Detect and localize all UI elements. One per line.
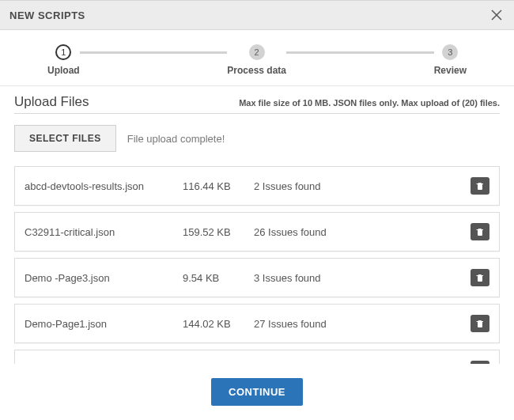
step-process: 2 Process data xyxy=(227,44,286,76)
file-issues: 3 Issues found xyxy=(254,272,471,284)
dialog-title: NEW SCRIPTS xyxy=(9,9,85,21)
file-row: Demo -Page3.json9.54 KB3 Issues found xyxy=(14,258,500,297)
file-size: 159.52 KB xyxy=(183,226,254,238)
trash-icon[interactable] xyxy=(471,223,489,240)
step-label: Review xyxy=(434,65,467,76)
close-icon[interactable] xyxy=(489,7,505,23)
file-name: Demo-Page1.json xyxy=(25,318,183,330)
step-label: Process data xyxy=(227,65,286,76)
file-size: 144.02 KB xyxy=(183,318,254,330)
new-scripts-dialog: NEW SCRIPTS 1 Upload 2 Process data 3 Re… xyxy=(0,0,514,420)
file-issues: 27 Issues found xyxy=(254,318,471,330)
file-size: 116.44 KB xyxy=(183,180,254,192)
step-connector xyxy=(80,51,228,54)
trash-icon[interactable] xyxy=(471,269,489,286)
step-number: 2 xyxy=(249,44,265,60)
step-upload: 1 Upload xyxy=(47,44,80,76)
file-row: C32911-critical.json159.52 KB26 Issues f… xyxy=(14,212,500,252)
file-issues: 26 Issues found xyxy=(254,226,471,238)
file-row: Demo-Page1.json144.02 KB27 Issues found xyxy=(14,304,500,343)
upload-status: File upload complete! xyxy=(127,133,225,145)
file-row: abcd-devtools-results.json116.44 KB2 Iss… xyxy=(14,166,500,206)
file-row: Demo-Page2.json118.55 KB4 Issues found xyxy=(14,350,500,364)
dialog-header: NEW SCRIPTS xyxy=(0,1,514,30)
step-number: 3 xyxy=(442,44,458,60)
stepper: 1 Upload 2 Process data 3 Review xyxy=(0,30,514,86)
upload-hint: Max file size of 10 MB. JSON files only.… xyxy=(239,98,500,108)
continue-button[interactable]: CONTINUE xyxy=(211,378,303,406)
step-review: 3 Review xyxy=(434,44,467,76)
trash-icon[interactable] xyxy=(471,315,489,332)
dialog-footer: CONTINUE xyxy=(0,364,514,420)
file-name: Demo -Page3.json xyxy=(25,272,183,284)
trash-icon[interactable] xyxy=(471,177,489,195)
step-number: 1 xyxy=(55,44,71,60)
step-label: Upload xyxy=(47,65,80,76)
upload-title: Upload Files xyxy=(14,94,89,110)
file-size: 9.54 KB xyxy=(183,272,254,284)
upload-header: Upload Files Max file size of 10 MB. JSO… xyxy=(14,94,500,114)
file-list: abcd-devtools-results.json116.44 KB2 Iss… xyxy=(14,166,500,364)
file-issues: 2 Issues found xyxy=(254,180,471,192)
file-name: C32911-critical.json xyxy=(25,226,183,238)
select-files-button[interactable]: SELECT FILES xyxy=(14,125,116,152)
select-row: SELECT FILES File upload complete! xyxy=(14,125,500,152)
file-name: abcd-devtools-results.json xyxy=(25,180,183,192)
step-connector xyxy=(286,51,434,54)
content-area: Upload Files Max file size of 10 MB. JSO… xyxy=(0,86,514,364)
